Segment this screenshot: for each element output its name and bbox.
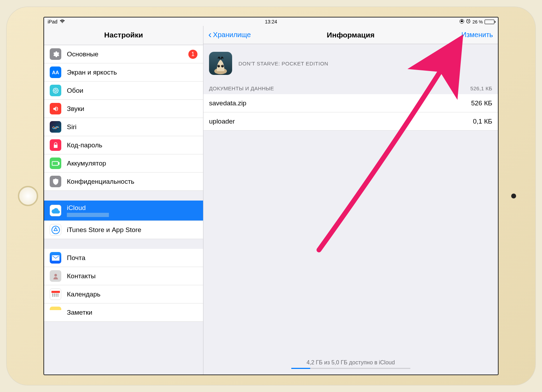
sidebar-item-siri[interactable]: Siri: [44, 118, 203, 136]
section-total-size: 526,1 КБ: [470, 85, 492, 91]
settings-sidebar[interactable]: Настройки Основные 1 AA Экран и яркость: [44, 26, 203, 374]
sidebar-item-battery[interactable]: Аккумулятор: [44, 154, 203, 173]
sidebar-item-display[interactable]: AA Экран и яркость: [44, 63, 203, 82]
display-icon: AA: [50, 66, 61, 78]
sidebar-item-label: Почта: [67, 254, 85, 262]
calendar-icon: [50, 288, 61, 300]
sidebar-item-store[interactable]: iTunes Store и App Store: [44, 221, 203, 239]
lock-icon: [50, 139, 61, 151]
sidebar-item-label: Аккумулятор: [67, 160, 106, 167]
page-title: Информация: [327, 31, 374, 39]
battery-percent: 26 %: [472, 19, 483, 24]
battery-settings-icon: [50, 158, 61, 169]
sidebar-item-label: Заметки: [67, 309, 92, 316]
svg-rect-11: [52, 294, 53, 295]
svg-rect-9: [51, 291, 60, 293]
wifi-icon: [60, 19, 65, 24]
sidebar-item-label: iTunes Store и App Store: [67, 226, 141, 234]
sidebar-item-mail[interactable]: Почта: [44, 249, 203, 267]
cloud-icon: [50, 205, 61, 216]
clock: 13:24: [265, 19, 277, 24]
sound-icon: [50, 103, 61, 114]
home-button[interactable]: [18, 186, 38, 206]
svg-rect-16: [54, 295, 55, 296]
detail-navbar: ‹ Хранилище Информация Изменить: [203, 26, 498, 44]
sidebar-item-label: Код-пароль: [67, 141, 102, 149]
storage-footer: 4,2 ГБ из 5,0 ГБ доступно в iCloud: [203, 359, 498, 374]
svg-rect-17: [56, 295, 57, 296]
icloud-account: [67, 213, 109, 217]
sidebar-item-label: Звуки: [67, 105, 84, 113]
edit-button[interactable]: Изменить: [461, 31, 493, 39]
svg-rect-12: [54, 294, 55, 295]
sidebar-item-privacy[interactable]: Конфиденциальность: [44, 173, 203, 191]
storage-text: 4,2 ГБ из 5,0 ГБ доступно в iCloud: [306, 359, 395, 365]
back-label: Хранилище: [213, 31, 251, 39]
sidebar-title: Настройки: [44, 26, 203, 45]
notification-badge: 1: [188, 50, 197, 59]
svg-rect-14: [57, 294, 58, 295]
file-row[interactable]: uploader 0,1 КБ: [203, 112, 498, 131]
notes-icon: [50, 307, 61, 318]
documents-section-header: ДОКУМЕНТЫ И ДАННЫЕ 526,1 КБ: [203, 83, 498, 94]
mail-icon: [50, 252, 61, 264]
sidebar-item-label: iCloud: [67, 204, 109, 212]
sidebar-item-notes[interactable]: Заметки: [44, 303, 203, 322]
sidebar-item-label: Siri: [67, 123, 76, 131]
svg-point-20: [217, 65, 220, 67]
svg-rect-5: [58, 162, 59, 164]
alarm-icon: [466, 19, 471, 24]
file-size: 526 КБ: [471, 99, 492, 107]
ipad-frame: iPad 13:24 26 % Настройки: [7, 7, 535, 385]
chevron-left-icon: ‹: [208, 32, 211, 38]
svg-point-21: [221, 65, 224, 67]
svg-rect-13: [56, 294, 57, 295]
file-name: savedata.zip: [209, 99, 246, 107]
sidebar-item-label: Основные: [67, 50, 98, 58]
app-name: DON'T STARVE: POCKET EDITION: [238, 61, 328, 66]
app-icon: [209, 52, 232, 75]
sidebar-item-calendar[interactable]: Календарь: [44, 285, 203, 303]
sidebar-item-general[interactable]: Основные 1: [44, 45, 203, 63]
wallpaper-icon: [50, 85, 61, 96]
svg-point-3: [55, 90, 57, 92]
screen: iPad 13:24 26 % Настройки: [43, 17, 499, 375]
file-row[interactable]: savedata.zip 526 КБ: [203, 94, 498, 112]
back-button[interactable]: ‹ Хранилище: [208, 31, 251, 39]
sidebar-item-wallpaper[interactable]: Обои: [44, 82, 203, 100]
svg-rect-18: [57, 295, 58, 296]
privacy-icon: [50, 176, 61, 187]
orientation-lock-icon: [459, 19, 464, 25]
sidebar-item-label: Календарь: [67, 290, 100, 298]
status-bar: iPad 13:24 26 %: [44, 18, 498, 26]
svg-point-8: [54, 274, 57, 276]
svg-rect-15: [52, 295, 53, 296]
appstore-icon: [50, 224, 61, 236]
svg-point-22: [219, 65, 220, 66]
battery-icon: [485, 20, 494, 24]
file-name: uploader: [209, 118, 235, 125]
sidebar-item-label: Конфиденциальность: [67, 178, 134, 186]
detail-pane: ‹ Хранилище Информация Изменить DON'T ST…: [203, 26, 498, 374]
storage-bar: [291, 368, 410, 369]
svg-point-23: [222, 65, 223, 66]
sidebar-item-sounds[interactable]: Звуки: [44, 100, 203, 118]
device-label: iPad: [48, 19, 57, 24]
sidebar-item-label: Обои: [67, 87, 83, 94]
contacts-icon: [50, 270, 61, 282]
sidebar-item-passcode[interactable]: Код-пароль: [44, 136, 203, 154]
storage-bar-used: [291, 368, 310, 369]
gear-icon: [50, 48, 61, 60]
sidebar-item-label: Контакты: [67, 272, 96, 280]
sidebar-item-icloud[interactable]: iCloud: [44, 201, 203, 221]
sidebar-item-contacts[interactable]: Контакты: [44, 267, 203, 285]
siri-icon: [50, 121, 61, 133]
section-title: ДОКУМЕНТЫ И ДАННЫЕ: [209, 85, 274, 91]
file-size: 0,1 КБ: [473, 118, 492, 125]
app-header: DON'T STARVE: POCKET EDITION: [203, 44, 498, 83]
camera: [511, 194, 516, 198]
sidebar-item-label: Экран и яркость: [67, 69, 117, 76]
svg-rect-4: [52, 161, 58, 165]
